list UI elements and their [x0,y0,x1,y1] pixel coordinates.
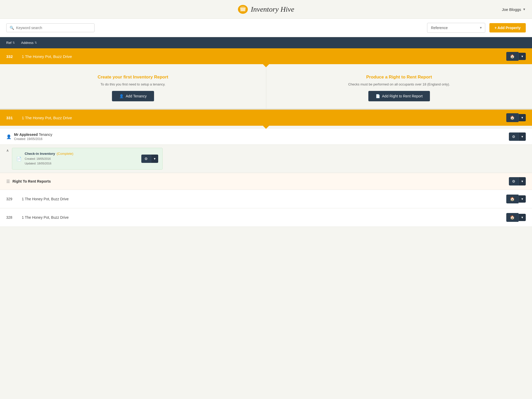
inventory-updated-331: Updated: 18/05/2016 [25,161,138,166]
inventory-prompt-col: Create your first Inventory Report To do… [0,67,266,109]
property-header-331: 331 1 The Honey Pot, Buzz Drive 🏠 ▼ [0,110,532,126]
right-to-rent-prompt-col: Produce a Right to Rent Report Checks mu… [266,67,532,109]
svg-rect-2 [240,8,245,9]
tenancy-section-331: 👤 Mr Appleseed Tenancy Created: 19/05/20… [0,129,532,145]
inventory-card-331: 📄 Check-in Inventory (Complete) Created:… [12,148,163,170]
create-inventory-desc: To do this you first need to setup a ten… [101,82,165,86]
search-icon: 🔍 [10,26,14,30]
tenant-icon: 👤 [6,134,11,139]
inventory-title-text: Check-in Inventory [25,152,55,156]
col-ref-label: Ref [6,41,11,45]
rtr-gear-caret-331[interactable]: ▼ [518,177,526,185]
tenancy-created-331: Created: 19/05/2016 [14,137,509,141]
col-address-label: Address [21,41,34,45]
sort-icon-ref: ⇅ [12,41,15,44]
rtr-title-331: Right To Rent Reports [12,179,51,183]
property-header-332: 332 1 The Honey Pot, Buzz Drive 🏠 ▼ [0,48,532,64]
home-button-332[interactable]: 🏠 [506,52,518,61]
user-name: Joe Bloggs [502,7,521,11]
inventory-gear-group-331: ⚙ ▼ [141,155,158,163]
tenancy-name-331: Mr Appleseed Tenancy [14,132,509,137]
add-tenancy-label: Add Tenancy [126,94,147,98]
property-address-328: 1 The Honey Pot, Buzz Drive [22,215,506,220]
property-actions-329: 🏠 ▼ [506,195,526,203]
rtr-info-331: ☰ Right To Rent Reports [6,179,509,184]
property-row-331: 331 1 The Honey Pot, Buzz Drive 🏠 ▼ 👤 Mr… [0,110,532,190]
table-header: Ref ⇅ Address ⇅ [0,37,532,48]
tenancy-info-331: Mr Appleseed Tenancy Created: 19/05/2016 [14,132,509,141]
reference-select[interactable]: Reference Address Postcode [427,23,479,32]
property-ref-332: 332 [6,54,22,59]
tenancy-gear-group-331: ⚙ ▼ [509,132,526,141]
search-bar-area: 🔍 Reference Address Postcode ▼ + Add Pro… [0,19,532,37]
home-button-329[interactable]: 🏠 [506,195,518,203]
tenancy-label-text: Tenancy [39,132,52,137]
home-button-caret-331[interactable]: ▼ [518,114,526,121]
tenancy-gear-caret-331[interactable]: ▼ [518,132,526,141]
sort-icon-address: ⇅ [35,41,37,44]
inventory-status-331: (Complete) [57,152,73,156]
property-ref-328: 328 [6,215,22,220]
property-actions-331: 🏠 ▼ [506,113,526,122]
logo: Inventory Hive [238,5,294,14]
add-property-button[interactable]: + Add Property [489,23,526,32]
inventory-gear-caret-331[interactable]: ▼ [151,155,158,163]
property-address-332: 1 The Honey Pot, Buzz Drive [22,54,506,59]
search-input[interactable] [16,26,91,30]
property-row-332: 332 1 The Honey Pot, Buzz Drive 🏠 ▼ Crea… [0,48,532,110]
produce-rtr-desc: Checks must be performed on all occupant… [348,82,450,86]
right-to-rent-section-331: ☰ Right To Rent Reports ⚙ ▼ [0,173,532,190]
two-col-section-332: Create your first Inventory Report To do… [0,67,532,109]
tenancy-gear-button-331[interactable]: ⚙ [509,132,518,141]
property-row-329: 329 1 The Honey Pot, Buzz Drive 🏠 ▼ [0,190,532,208]
svg-rect-4 [240,10,245,11]
top-nav: Inventory Hive Joe Bloggs ▼ [0,0,532,19]
property-row-328: 328 1 The Honey Pot, Buzz Drive 🏠 ▼ [0,208,532,227]
inventory-card-info-331: Check-in Inventory (Complete) Created: 1… [25,152,138,166]
reference-select-wrapper: Reference Address Postcode ▼ [427,23,485,33]
inventory-gear-button-331[interactable]: ⚙ [141,155,151,163]
select-chevron-icon: ▼ [479,26,482,30]
home-button-331[interactable]: 🏠 [506,113,518,122]
col-header-address[interactable]: Address ⇅ [21,41,37,45]
home-button-caret-329[interactable]: ▼ [518,195,526,203]
svg-rect-3 [240,9,245,10]
inventory-doc-icon: 📄 [16,156,22,161]
logo-text: Inventory Hive [251,5,294,14]
inventory-title-331: Check-in Inventory (Complete) [25,152,138,156]
expanded-332: Create your first Inventory Report To do… [0,64,532,110]
home-button-caret-328[interactable]: ▼ [518,214,526,221]
logo-icon [238,5,248,14]
produce-rtr-title: Produce a Right to Rent Report [366,75,432,80]
user-menu-chevron: ▼ [523,8,526,11]
tenant-name-text: Mr Appleseed [14,132,38,137]
user-menu[interactable]: Joe Bloggs ▼ [502,7,526,11]
property-ref-329: 329 [6,197,22,201]
create-inventory-title: Create your first Inventory Report [98,75,168,80]
home-button-caret-332[interactable]: ▼ [518,53,526,60]
add-right-to-rent-button[interactable]: 📄 Add Right to Rent Report [368,91,430,101]
document-icon: 📄 [376,94,380,98]
property-address-329: 1 The Honey Pot, Buzz Drive [22,197,506,201]
inventory-dates-331: Created: 18/05/2016 Updated: 18/05/2016 [25,157,138,166]
rtr-icon: ☰ [6,179,10,184]
add-rtr-label: Add Right to Rent Report [382,94,423,98]
property-address-331: 1 The Honey Pot, Buzz Drive [22,116,506,120]
property-actions-328: 🏠 ▼ [506,213,526,222]
col-header-ref[interactable]: Ref ⇅ [6,41,15,45]
inventory-created-331: Created: 18/05/2016 [25,157,138,161]
collapse-toggle-btn-331[interactable]: ∧ [6,148,9,152]
person-icon: 👤 [119,94,124,98]
property-ref-331: 331 [6,116,22,120]
rtr-gear-button-331[interactable]: ⚙ [509,177,518,185]
property-actions-332: 🏠 ▼ [506,52,526,61]
search-wrapper: 🔍 [6,23,95,32]
home-button-328[interactable]: 🏠 [506,213,518,222]
rtr-gear-group-331: ⚙ ▼ [509,177,526,185]
add-tenancy-button[interactable]: 👤 Add Tenancy [112,91,154,101]
